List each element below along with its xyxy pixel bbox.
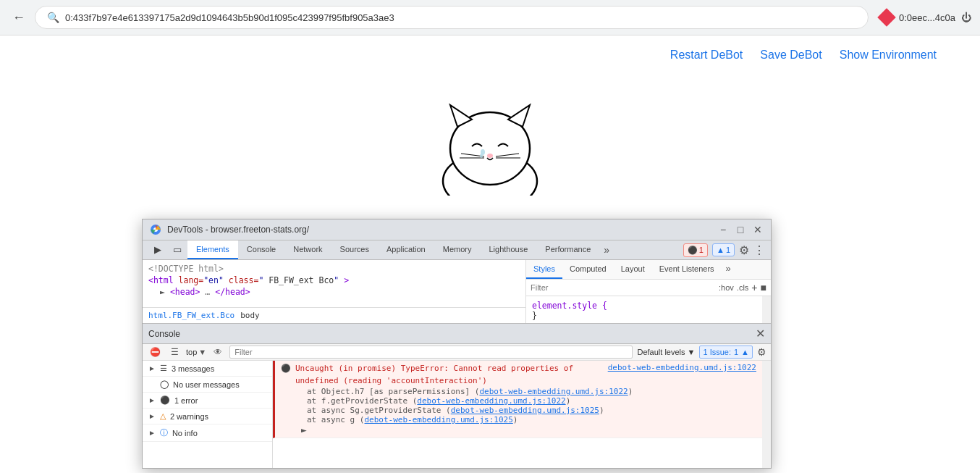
styles-scrollbar[interactable] xyxy=(762,296,771,323)
tab-styles[interactable]: Styles xyxy=(526,260,562,279)
url-text: 0:433f7b97e4e613397175a2d9d1094643b5b90d… xyxy=(65,12,394,23)
console-tab-label[interactable]: Console xyxy=(148,329,180,339)
tab-application[interactable]: Application xyxy=(378,240,434,259)
console-clear-btn[interactable]: ⛔ xyxy=(147,346,164,359)
devtools-body: <!DOCTYPE html> <html lang="en" class=" … xyxy=(143,260,771,323)
svg-point-4 xyxy=(487,154,493,158)
tab-memory[interactable]: Memory xyxy=(434,240,481,259)
no-user-icon: ◯ xyxy=(160,380,169,389)
wallet-area: 0:0eec...4c0a ⏻ xyxy=(880,11,971,24)
devtools-titlebar: DevTools - browser.freeton-stats.org/ − … xyxy=(143,219,771,240)
messages-icon: ☰ xyxy=(160,364,167,373)
tab-sources[interactable]: Sources xyxy=(331,240,378,259)
devtools-tabs: ▶ ▭ Elements Console Network Sources App… xyxy=(143,240,771,260)
tab-elements[interactable]: Elements xyxy=(187,240,238,259)
console-toolbar: ⛔ ☰ top ▼ 👁 Default levels ▼ 1 Issue: 1 … xyxy=(143,344,771,361)
tabs-more-button[interactable]: » xyxy=(599,241,614,259)
styles-panel: Styles Computed Layout Event Listeners »… xyxy=(526,260,771,323)
console-scrollbar[interactable] xyxy=(762,361,771,468)
chrome-icon xyxy=(150,224,161,235)
cls-filter-btn[interactable]: .cls xyxy=(737,283,749,292)
console-drawer: Console ✕ ⛔ ☰ top ▼ 👁 Default levels ▼ 1… xyxy=(143,323,771,468)
elem-head[interactable]: ► <head> … </head> xyxy=(148,286,520,298)
add-style-btn[interactable]: + xyxy=(751,282,757,293)
log-entry-error: ⚫ Uncaught (in promise) TypeError: Canno… xyxy=(273,361,762,438)
styles-filter-bar: :hov .cls + ■ xyxy=(526,280,771,296)
tab-computed[interactable]: Computed xyxy=(562,260,614,279)
console-issue-badge[interactable]: 1 Issue: 1 ▲ xyxy=(699,346,753,359)
console-eye-btn[interactable]: 👁 xyxy=(211,346,225,359)
elements-panel: <!DOCTYPE html> <html lang="en" class=" … xyxy=(143,260,526,323)
styles-filter-controls: :hov .cls + ■ xyxy=(719,282,766,293)
search-icon: 🔍 xyxy=(47,12,59,23)
breadcrumb-body[interactable]: body xyxy=(240,311,260,320)
console-main: ⚫ Uncaught (in promise) TypeError: Canno… xyxy=(273,361,762,468)
styles-filter-input[interactable] xyxy=(531,283,716,292)
diamond-icon xyxy=(877,8,895,26)
console-close-button[interactable]: ✕ xyxy=(756,327,765,340)
tab-network[interactable]: Network xyxy=(284,240,331,259)
info-sidebar-icon: ⓘ xyxy=(160,427,168,438)
tab-console[interactable]: Console xyxy=(238,240,284,259)
tab-layout[interactable]: Layout xyxy=(614,260,652,279)
console-context-label: top ▼ xyxy=(186,348,206,356)
console-sidebar: ► ☰ 3 messages ◯ No user messages ► ⚫ 1 … xyxy=(143,361,273,468)
expand-arrow[interactable]: ► xyxy=(295,424,756,435)
power-icon: ⏻ xyxy=(961,12,971,23)
stack-link-4[interactable]: debot-web-embedding.umd.js:1025 xyxy=(364,415,512,424)
save-debot-button[interactable]: Save DeBot xyxy=(760,49,821,62)
style-rule: element.style { xyxy=(532,301,765,311)
devtools-settings-icon[interactable]: ⚙ xyxy=(739,243,749,257)
devtools-maximize[interactable]: □ xyxy=(735,225,746,235)
sidebar-user-messages[interactable]: ◯ No user messages xyxy=(143,377,272,393)
stack-link-2[interactable]: debot-web-embedding.umd.js:1022 xyxy=(417,396,565,406)
breadcrumb-html[interactable]: html.FB_FW_ext.Bco xyxy=(148,311,235,320)
sidebar-errors[interactable]: ► ⚫ 1 error xyxy=(143,393,272,409)
show-environment-button[interactable]: Show Environment xyxy=(840,49,937,62)
hover-filter-btn[interactable]: :hov xyxy=(719,283,734,292)
styles-tabs: Styles Computed Layout Event Listeners » xyxy=(526,260,771,280)
info-badge: ▲ 1 xyxy=(712,243,735,256)
stack-link-3[interactable]: debot-web-embedding.umd.js:1025 xyxy=(451,406,599,415)
tab-lighthouse[interactable]: Lighthouse xyxy=(480,240,536,259)
console-header: Console ✕ xyxy=(143,324,771,344)
console-settings-icon[interactable]: ⚙ xyxy=(757,346,766,358)
devtools-window: DevTools - browser.freeton-stats.org/ − … xyxy=(142,219,772,469)
tab-performance[interactable]: Performance xyxy=(536,240,599,259)
cat-illustration xyxy=(418,94,562,196)
devtools-close[interactable]: ✕ xyxy=(752,225,764,235)
elements-tree: <!DOCTYPE html> <html lang="en" class=" … xyxy=(143,260,525,307)
devtools-badges: ⚫ 1 ▲ 1 ⚙ ⋮ xyxy=(683,243,765,257)
console-filter-input[interactable] xyxy=(229,346,633,359)
error-link-1[interactable]: debot-web-embedding.umd.js:1022 xyxy=(608,363,756,372)
svg-point-10 xyxy=(480,154,483,158)
warning-sidebar-icon: △ xyxy=(160,411,166,421)
devtools-title: DevTools - browser.freeton-stats.org/ xyxy=(167,225,711,235)
restart-debot-button[interactable]: Restart DeBot xyxy=(670,49,743,62)
devtools-device-btn[interactable]: ▭ xyxy=(167,241,187,259)
sidebar-warnings[interactable]: ► △ 2 warnings xyxy=(143,409,272,424)
stack-trace: at Object.h7 [as parsePermissions] (debo… xyxy=(295,387,756,424)
elem-html[interactable]: <html lang="en" class=" FB_FW_ext Bco" > xyxy=(148,275,520,286)
console-body: ► ☰ 3 messages ◯ No user messages ► ⚫ 1 … xyxy=(143,361,771,468)
devtools-more-icon[interactable]: ⋮ xyxy=(753,243,765,257)
url-bar[interactable]: 🔍 0:433f7b97e4e613397175a2d9d1094643b5b9… xyxy=(35,6,869,29)
error-badge: ⚫ 1 xyxy=(683,243,708,257)
error-main-text: Uncaught (in promise) TypeError: Cannot … xyxy=(295,363,605,387)
console-sidebar-toggle[interactable]: ☰ xyxy=(168,346,182,359)
back-button[interactable]: ← xyxy=(9,7,29,28)
devtools-inspector-btn[interactable]: ▶ xyxy=(148,241,167,259)
tab-event-listeners[interactable]: Event Listeners xyxy=(652,260,722,279)
wallet-address: 0:0eec...4c0a xyxy=(899,12,955,23)
stack-link-1[interactable]: debot-web-embedding.umd.js:1022 xyxy=(479,387,628,396)
elem-doctype: <!DOCTYPE html> xyxy=(148,263,520,275)
style-rule-close: } xyxy=(532,311,765,321)
more-styles-btn[interactable]: ■ xyxy=(761,282,766,293)
styles-tabs-more[interactable]: » xyxy=(722,260,735,279)
sidebar-info[interactable]: ► ⓘ No info xyxy=(143,424,272,442)
devtools-minimize[interactable]: − xyxy=(717,225,729,235)
console-levels-dropdown[interactable]: Default levels ▼ xyxy=(637,348,695,356)
sidebar-messages[interactable]: ► ☰ 3 messages xyxy=(143,361,272,377)
elements-breadcrumb: html.FB_FW_ext.Bco body xyxy=(143,307,525,323)
error-sidebar-icon: ⚫ xyxy=(160,395,170,405)
